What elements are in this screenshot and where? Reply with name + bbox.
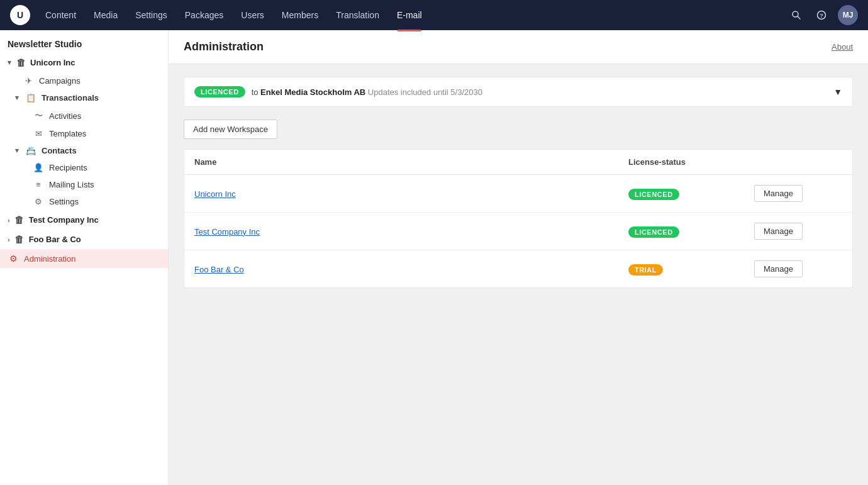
recipients-label: Recipients bbox=[49, 163, 87, 172]
user-avatar[interactable]: MJ bbox=[838, 5, 858, 25]
templates-label: Templates bbox=[49, 129, 86, 138]
row-name-test-company: Test Company Inc bbox=[194, 226, 628, 237]
workspace-link-test-company[interactable]: Test Company Inc bbox=[194, 227, 260, 237]
sidebar-item-recipients[interactable]: 👤 Recipients bbox=[0, 159, 168, 176]
layout: Newsletter Studio ▾ 🗑 Unicorn Inc ✈ Camp… bbox=[0, 30, 868, 485]
main-header: Administration About bbox=[169, 30, 868, 64]
license-banner-left: Licenced to Enkel Media Stockholm AB Upd… bbox=[194, 86, 482, 98]
status-badge-licenced: Licenced bbox=[628, 189, 679, 200]
chevron-down-icon: ▾ bbox=[15, 147, 19, 155]
row-actions-foo-bar: Manage bbox=[754, 260, 842, 277]
workspace-icon: 🗑 bbox=[14, 234, 25, 245]
col-actions bbox=[754, 157, 842, 167]
recipients-icon: 👤 bbox=[33, 163, 44, 172]
top-nav-icons: ? MJ bbox=[787, 5, 858, 25]
table-header: Name License-status bbox=[184, 150, 852, 175]
workspace-icon: 🗑 bbox=[15, 57, 26, 68]
row-actions-unicorn: Manage bbox=[754, 185, 842, 202]
row-status-unicorn: Licenced bbox=[628, 189, 754, 199]
admin-label: Administration bbox=[24, 254, 75, 264]
contacts-label: Contacts bbox=[42, 146, 77, 155]
main-content-area: Administration About Licenced to Enkel M… bbox=[169, 30, 868, 485]
table-row: Test Company Inc Licenced Manage bbox=[184, 213, 852, 250]
row-status-test-company: Licenced bbox=[628, 226, 754, 237]
table-row: Foo Bar & Co Trial Manage bbox=[184, 250, 852, 287]
nav-translation[interactable]: Translation bbox=[328, 8, 387, 23]
page-title: Administration bbox=[184, 40, 264, 53]
campaigns-label: Campaigns bbox=[39, 76, 81, 86]
workspace-icon: 🗑 bbox=[14, 215, 25, 225]
nav-media[interactable]: Media bbox=[86, 8, 125, 23]
settings-label: Settings bbox=[49, 197, 79, 206]
add-workspace-button[interactable]: Add new Workspace bbox=[184, 120, 277, 139]
sidebar-item-activities[interactable]: 〜 Activities bbox=[0, 106, 168, 125]
sidebar-group-unicorn-label: Unicorn Inc bbox=[30, 58, 75, 67]
mailing-lists-icon: ≡ bbox=[33, 180, 44, 189]
manage-button-unicorn[interactable]: Manage bbox=[754, 185, 803, 202]
license-company: Enkel Media Stockholm AB bbox=[260, 87, 365, 97]
sidebar-item-settings[interactable]: ⚙ Settings bbox=[0, 193, 168, 210]
chevron-down-icon: ▾ bbox=[15, 94, 19, 102]
status-badge-licenced: Licenced bbox=[628, 226, 679, 238]
sidebar-item-campaigns[interactable]: ✈ Campaigns bbox=[0, 72, 168, 89]
chevron-down-icon: ▾ bbox=[8, 59, 11, 67]
license-text: to Enkel Media Stockholm AB Updates incl… bbox=[252, 87, 482, 97]
col-name: Name bbox=[194, 157, 628, 167]
row-name-unicorn: Unicorn Inc bbox=[194, 189, 628, 199]
status-badge-trial: Trial bbox=[628, 264, 663, 276]
nav-members[interactable]: Members bbox=[274, 8, 326, 23]
admin-icon: ⚙ bbox=[8, 254, 19, 264]
activities-icon: 〜 bbox=[33, 110, 44, 121]
help-icon[interactable]: ? bbox=[813, 6, 830, 24]
col-license-status: License-status bbox=[628, 157, 754, 167]
license-badge: Licenced bbox=[194, 86, 245, 98]
nav-packages[interactable]: Packages bbox=[177, 8, 231, 23]
sidebar-item-templates[interactable]: ✉ Templates bbox=[0, 125, 168, 142]
workspace-link-unicorn[interactable]: Unicorn Inc bbox=[194, 189, 236, 199]
row-status-foo-bar: Trial bbox=[628, 264, 754, 274]
sidebar-group-test-company-label: Test Company Inc bbox=[29, 215, 99, 225]
svg-line-1 bbox=[798, 16, 800, 19]
mailing-lists-label: Mailing Lists bbox=[49, 180, 94, 189]
nav-content[interactable]: Content bbox=[38, 8, 84, 23]
table-row: Unicorn Inc Licenced Manage bbox=[184, 175, 852, 213]
sidebar-group-foo-bar[interactable]: › 🗑 Foo Bar & Co bbox=[0, 230, 168, 249]
row-name-foo-bar: Foo Bar & Co bbox=[194, 264, 628, 274]
row-actions-test-company: Manage bbox=[754, 223, 842, 240]
transactionals-icon: 📋 bbox=[25, 93, 36, 103]
workspace-link-foo-bar[interactable]: Foo Bar & Co bbox=[194, 265, 244, 274]
license-dropdown-arrow[interactable]: ▼ bbox=[833, 87, 842, 97]
nav-users[interactable]: Users bbox=[233, 8, 272, 23]
templates-icon: ✉ bbox=[33, 129, 44, 138]
nav-settings[interactable]: Settings bbox=[128, 8, 175, 23]
sidebar-group-foo-bar-label: Foo Bar & Co bbox=[29, 235, 81, 244]
to-text: to bbox=[252, 87, 259, 97]
license-banner: Licenced to Enkel Media Stockholm AB Upd… bbox=[184, 77, 853, 107]
sidebar-group-test-company[interactable]: › 🗑 Test Company Inc bbox=[0, 210, 168, 230]
top-nav: U Content Media Settings Packages Users … bbox=[0, 0, 868, 30]
transactionals-label: Transactionals bbox=[42, 93, 99, 103]
nav-email[interactable]: E-mail bbox=[389, 8, 430, 23]
settings-icon: ⚙ bbox=[33, 197, 44, 206]
logo[interactable]: U bbox=[10, 5, 30, 25]
workspace-table: Name License-status Unicorn Inc Licenced… bbox=[184, 149, 853, 288]
activities-label: Activities bbox=[49, 111, 81, 121]
sidebar-group-unicorn-inc[interactable]: ▾ 🗑 Unicorn Inc bbox=[0, 53, 168, 72]
chevron-right-icon: › bbox=[8, 236, 10, 243]
sidebar: Newsletter Studio ▾ 🗑 Unicorn Inc ✈ Camp… bbox=[0, 30, 169, 485]
search-icon[interactable] bbox=[787, 6, 805, 24]
manage-button-test-company[interactable]: Manage bbox=[754, 223, 803, 240]
svg-text:?: ? bbox=[820, 13, 823, 19]
about-link[interactable]: About bbox=[832, 42, 853, 52]
license-updates: Updates included until 5/3/2030 bbox=[368, 87, 482, 97]
chevron-right-icon: › bbox=[8, 216, 10, 224]
campaigns-icon: ✈ bbox=[23, 76, 34, 86]
manage-button-foo-bar[interactable]: Manage bbox=[754, 260, 803, 277]
sidebar-group-contacts[interactable]: ▾ 📇 Contacts bbox=[0, 142, 168, 159]
sidebar-item-mailing-lists[interactable]: ≡ Mailing Lists bbox=[0, 176, 168, 193]
sidebar-item-administration[interactable]: ⚙ Administration bbox=[0, 249, 168, 268]
app-title: Newsletter Studio bbox=[0, 30, 168, 53]
contacts-icon: 📇 bbox=[25, 146, 36, 155]
main-body: Licenced to Enkel Media Stockholm AB Upd… bbox=[169, 64, 868, 301]
sidebar-group-transactionals[interactable]: ▾ 📋 Transactionals bbox=[0, 89, 168, 106]
